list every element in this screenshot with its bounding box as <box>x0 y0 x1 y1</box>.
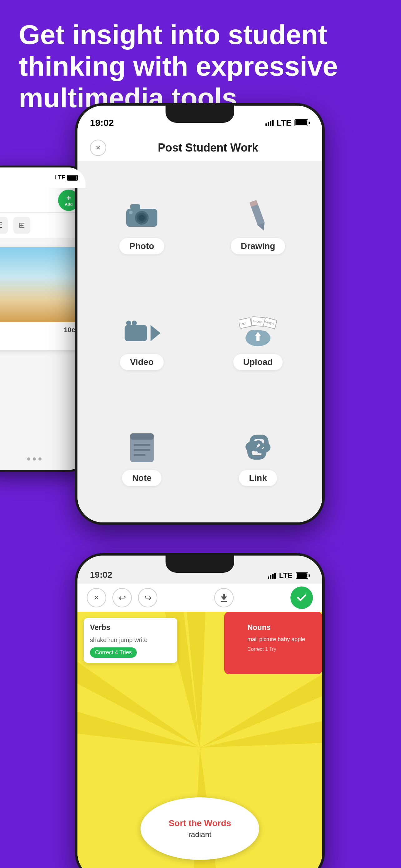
dot-1 <box>27 458 30 461</box>
verbs-words: shake run jump write <box>90 635 171 645</box>
left-tabs: ☰ ⊞ <box>0 213 86 238</box>
left-status-bar: LTE <box>0 167 86 188</box>
nouns-words: mail picture baby apple <box>247 635 310 644</box>
svg-rect-1 <box>130 204 140 209</box>
pencil-svg <box>240 195 275 235</box>
svg-marker-31 <box>221 594 227 600</box>
media-item-photo[interactable]: Photo <box>84 168 200 284</box>
card-footer: 10c <box>0 322 81 338</box>
nouns-correct-badge: Correct 1 Try <box>247 647 310 652</box>
pagination-dots <box>27 458 41 461</box>
second-status-time: 19:02 <box>90 570 112 580</box>
sort-activity-area: Verbs shake run jump write Correct 4 Tri… <box>77 612 322 868</box>
card-image-gradient <box>0 247 81 322</box>
svg-marker-12 <box>151 325 161 341</box>
battery-icon <box>295 119 310 126</box>
redo-button[interactable]: ↪ <box>138 588 157 608</box>
status-icons: LTE <box>265 118 310 128</box>
signal-bar-4 <box>272 120 274 126</box>
second-close-button[interactable]: × <box>87 588 106 608</box>
left-toolbar: + Add <box>0 188 86 213</box>
nouns-title: Nouns <box>247 623 310 632</box>
list-view-tab[interactable]: ☰ <box>0 217 8 234</box>
card-stack: 10c <box>0 247 81 354</box>
close-button[interactable]: × <box>90 140 106 156</box>
camera-icon <box>122 198 162 232</box>
phone-main: 19:02 LTE × <box>75 103 325 525</box>
submit-button[interactable] <box>291 587 313 609</box>
media-item-upload[interactable]: FILE PHOTO VIDEO Upload <box>200 284 316 400</box>
second-battery-icon <box>296 572 310 579</box>
pencil-icon <box>238 198 278 232</box>
second-notch <box>166 556 234 573</box>
download-icon <box>220 593 228 602</box>
second-header: × ↩ ↪ <box>77 584 322 612</box>
content-card[interactable]: 10c <box>0 247 81 350</box>
undo-button[interactable]: ↩ <box>112 588 132 608</box>
note-icon <box>122 430 162 464</box>
activity-content: Verbs shake run jump write Correct 4 Tri… <box>77 612 322 868</box>
video-label: Video <box>120 354 164 370</box>
post-student-work-header: × Post Student Work <box>77 134 322 162</box>
phone-left: LTE + Add ☰ ⊞ 1 <box>0 165 88 472</box>
sort-word: radiant <box>188 830 211 839</box>
left-lte-label: LTE <box>55 174 65 181</box>
media-item-drawing[interactable]: Drawing <box>200 168 316 284</box>
card-image <box>0 247 81 322</box>
svg-rect-27 <box>134 454 145 456</box>
signal-bar-3 <box>270 121 271 126</box>
verbs-card: Verbs shake run jump write Correct 4 Tri… <box>84 618 177 663</box>
phone-notch <box>166 105 234 123</box>
svg-rect-26 <box>134 449 150 451</box>
link-svg <box>241 433 275 461</box>
media-item-note[interactable]: Note <box>84 400 200 516</box>
nouns-card: Nouns mail picture baby apple Correct 1 … <box>241 618 316 657</box>
svg-point-5 <box>129 211 133 214</box>
phone-second: 19:02 LTE × <box>75 553 325 868</box>
dot-3 <box>38 458 41 461</box>
upload-svg: FILE PHOTO VIDEO <box>239 316 277 347</box>
left-battery-icon <box>67 175 78 181</box>
second-status-icons: LTE <box>268 571 310 580</box>
download-button[interactable] <box>214 588 234 608</box>
media-item-link[interactable]: Link <box>200 400 316 516</box>
link-icon <box>238 430 278 464</box>
photo-label: Photo <box>119 238 164 254</box>
dot-2 <box>33 458 36 461</box>
grid-view-tab[interactable]: ⊞ <box>13 217 30 234</box>
upload-label: Upload <box>233 354 283 370</box>
signal-bar-2 <box>268 122 269 126</box>
header-title: Post Student Work <box>106 141 310 154</box>
signal-bar-1 <box>265 123 267 126</box>
phone-left-inner: LTE + Add ☰ ⊞ 1 <box>0 167 86 470</box>
svg-rect-25 <box>134 444 150 446</box>
svg-point-4 <box>139 215 145 221</box>
hero-heading: Get insight into student thinking with e… <box>19 19 382 114</box>
correct-tries-badge: Correct 4 Tries <box>90 647 137 658</box>
signal-icon <box>265 120 274 126</box>
media-item-video[interactable]: Video <box>84 284 200 400</box>
sort-title: Sort the Words <box>169 818 231 828</box>
checkmark-icon <box>296 592 307 603</box>
drawing-label: Drawing <box>231 238 285 254</box>
svg-rect-32 <box>221 601 227 602</box>
link-label: Link <box>239 470 277 486</box>
video-icon <box>122 314 162 348</box>
upload-icon: FILE PHOTO VIDEO <box>238 314 278 348</box>
second-lte-label: LTE <box>279 571 293 580</box>
svg-point-9 <box>126 320 131 326</box>
svg-rect-11 <box>125 325 147 341</box>
svg-point-10 <box>132 320 137 326</box>
phone-main-inner: 19:02 LTE × <box>77 105 322 522</box>
video-svg <box>123 319 161 344</box>
left-status-icons: LTE <box>55 174 78 181</box>
status-time: 19:02 <box>90 118 114 128</box>
left-content: 10c <box>0 238 86 470</box>
sort-words-oval: Sort the Words radiant <box>140 797 259 860</box>
camera-svg <box>125 202 159 228</box>
media-options-grid: Photo Drawing <box>77 162 322 522</box>
price-tag: 10c <box>64 326 75 334</box>
svg-rect-7 <box>251 204 265 225</box>
note-svg <box>129 431 155 464</box>
note-label: Note <box>122 470 162 486</box>
